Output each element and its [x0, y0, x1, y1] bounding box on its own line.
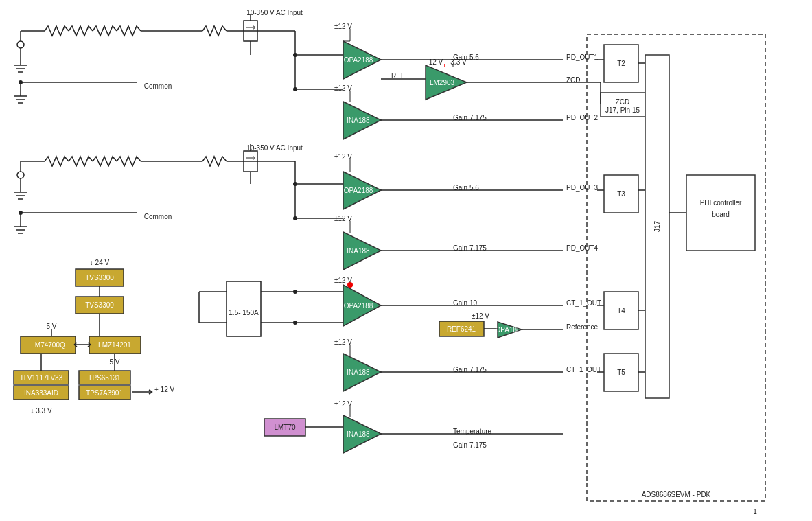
- v12-label-6: ±12 V: [334, 338, 352, 346]
- svg-point-128: [293, 87, 297, 91]
- t4-label: T4: [617, 307, 625, 314]
- ac-input-label-1: 10-350 V AC Input: [246, 9, 303, 16]
- opa2188-2-label: OPA2188: [344, 187, 373, 194]
- lmt70-label: LMT70: [274, 424, 296, 431]
- v12-lm2903: 12 V: [429, 58, 443, 66]
- ina188-3-label: INA188: [347, 369, 370, 376]
- svg-point-130: [293, 216, 297, 220]
- svg-point-129: [293, 182, 297, 186]
- v12-label-4: ±12 V: [334, 215, 352, 222]
- page-number: 1: [753, 508, 757, 516]
- opa188-ref-label: OPA188: [495, 326, 520, 334]
- ct-range-label: 1.5- 150A: [229, 309, 259, 316]
- v12-label-2: ±12 V: [334, 84, 352, 92]
- lmz14201-label: LMZ14201: [98, 341, 131, 349]
- zcd-j17-label-2: J17, Pin 15: [605, 106, 640, 114]
- ads8686-label: ADS8686SEVM - PDK: [642, 491, 711, 498]
- common-label-2: Common: [144, 213, 172, 220]
- ac-input-label-2: 10-350 V AC Input: [246, 144, 303, 152]
- v12-out-label: + 12 V: [154, 386, 175, 393]
- tvs3300-2-label: TVS3300: [85, 301, 114, 309]
- pd-out1-label: PD_OUT1: [566, 54, 599, 61]
- opa2188-3-label: OPA2188: [344, 302, 373, 310]
- v12-label-7: ±12 V: [334, 400, 352, 408]
- phi-board-label-1: PHI controller: [700, 199, 742, 207]
- ina188-1-label: INA188: [347, 117, 370, 124]
- ref6241-label: REF6241: [447, 325, 476, 333]
- lm2903-label: LM2903: [430, 79, 455, 86]
- svg-point-131: [293, 290, 297, 294]
- ct-out1-label: CT_1_OUT: [566, 299, 601, 307]
- svg-point-84: [347, 282, 353, 288]
- pd-out2-label: PD_OUT2: [566, 114, 599, 121]
- v5-input-label: 5 V: [46, 323, 56, 330]
- t5-label: T5: [617, 369, 625, 376]
- tlv1117lv33-label: TLV1117LV33: [20, 374, 63, 382]
- gain-7-label: Gain 7.175: [453, 441, 487, 449]
- t3-label: T3: [617, 190, 625, 198]
- common-label-1: Common: [144, 82, 172, 90]
- schematic-diagram: 10-350 V AC Input Common: [0, 0, 812, 521]
- svg-point-132: [293, 321, 297, 325]
- v12-label-1: ±12 V: [334, 23, 352, 30]
- j17-label: J17: [653, 221, 661, 233]
- v12-ref-label: ±12 V: [472, 312, 489, 320]
- ina188-4-label: INA188: [347, 430, 370, 438]
- ct-out2-label: CT_1_OUT: [566, 366, 601, 373]
- phi-board-label-2: board: [712, 211, 730, 218]
- t2-label: T2: [617, 60, 625, 67]
- svg-rect-0: [0, 0, 812, 521]
- svg-point-127: [293, 53, 297, 57]
- ref-label: REF: [391, 72, 405, 80]
- ina333aid-label: INA333AID: [24, 389, 58, 397]
- pd-out4-label: PD_OUT4: [566, 244, 599, 252]
- v24-label: ↓ 24 V: [90, 259, 110, 266]
- tps7a3901-label: TPS7A3901: [86, 389, 123, 397]
- zcd-j17-label-1: ZCD: [616, 98, 630, 106]
- lm74700q-label: LM74700Q: [31, 341, 65, 349]
- reference-label: Reference: [566, 323, 599, 331]
- tvs3300-1-label: TVS3300: [85, 274, 114, 281]
- v33-out-label: ↓ 3.3 V: [30, 407, 51, 415]
- ina188-2-label: INA188: [347, 247, 370, 255]
- v12-label-3: ±12 V: [334, 153, 352, 161]
- opa2188-1-label: OPA2188: [344, 56, 373, 64]
- tps65131-label: TPS65131: [88, 374, 121, 382]
- pd-out3-label: PD_OUT3: [566, 184, 599, 192]
